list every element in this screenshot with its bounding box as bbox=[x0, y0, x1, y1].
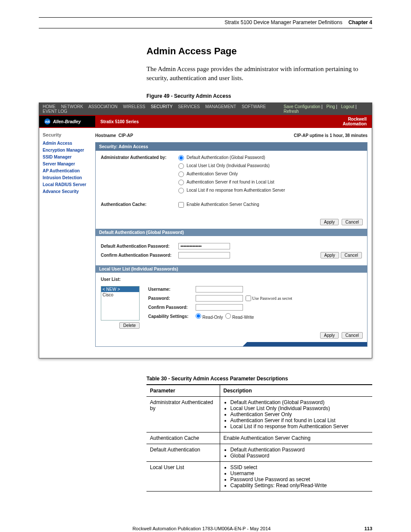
userlist-label: User List: bbox=[101, 277, 362, 282]
brand-right-top: Rockwell bbox=[348, 117, 367, 121]
table-caption: Table 30 - Security Admin Access Paramet… bbox=[146, 376, 372, 382]
desc-item: Local User List Only (Individual Passwor… bbox=[230, 405, 369, 411]
tab-software[interactable]: SOFTWARE bbox=[242, 104, 266, 109]
apply-button-3[interactable]: Apply bbox=[320, 332, 339, 339]
sidebar-item-advance-security[interactable]: Advance Security bbox=[43, 189, 92, 194]
util-ping[interactable]: Ping bbox=[326, 104, 335, 109]
auth-radio-default[interactable] bbox=[178, 155, 184, 161]
capability-label: Capability Settings: bbox=[148, 314, 196, 319]
auth-opt-server-if-not-text: Authentication Server if not found in Lo… bbox=[187, 180, 274, 184]
auth-radio-server-only[interactable] bbox=[178, 171, 184, 177]
tab-home[interactable]: HOME bbox=[43, 104, 56, 109]
local-userlist-subhead: Local User List (Individual Passwords) bbox=[96, 265, 367, 273]
parameter-table: Parameter Description Administrator Auth… bbox=[146, 384, 372, 492]
header-rule bbox=[39, 17, 372, 18]
auth-radio-local-if-no[interactable] bbox=[178, 188, 184, 193]
cancel-button-1[interactable]: Cancel bbox=[342, 219, 363, 225]
auth-cache-option[interactable]: Enable Authentication Server Caching bbox=[178, 202, 259, 208]
sidebar-heading: Security bbox=[43, 132, 92, 137]
running-header: Stratix 5100 Device Manager Parameter De… bbox=[39, 19, 372, 28]
cap-readwrite-radio[interactable] bbox=[225, 313, 231, 319]
tab-association[interactable]: ASSOCIATION bbox=[88, 104, 118, 109]
desc-item: Local List if no response from Authentic… bbox=[230, 423, 369, 429]
confirm-password-label: Confirm Password: bbox=[148, 305, 196, 310]
auth-by-label: Administrator Authenticated by: bbox=[101, 155, 178, 160]
tab-management[interactable]: MANAGEMENT bbox=[206, 104, 237, 109]
desc-item: Password Use Password as secret bbox=[230, 476, 369, 482]
tab-services[interactable]: SERVICES bbox=[178, 104, 199, 109]
desc-item: SSID select bbox=[230, 464, 369, 470]
password-input[interactable] bbox=[196, 295, 243, 302]
auth-cache-label: Authentication Cache: bbox=[101, 202, 178, 207]
confirm-password-input[interactable] bbox=[196, 304, 243, 311]
util-logout[interactable]: Logout bbox=[341, 104, 355, 109]
cap-readonly-text: Read-Only bbox=[202, 315, 223, 320]
apply-button-1[interactable]: Apply bbox=[320, 219, 339, 225]
table-row: Local User List SSID select Username Pas… bbox=[146, 462, 372, 492]
cap-readonly[interactable]: Read-Only bbox=[196, 313, 223, 320]
user-listbox[interactable]: < NEW > Cisco bbox=[101, 286, 140, 320]
brand-left-text: Allen-Bradley bbox=[53, 119, 81, 124]
auth-opt-default-text: Default Authentication (Global Password) bbox=[187, 155, 265, 160]
cell-param: Default Authentication bbox=[146, 444, 220, 462]
intro-paragraph: The Admin Access page provides the admin… bbox=[146, 65, 372, 83]
userlist-new-item[interactable]: < NEW > bbox=[101, 286, 139, 292]
cancel-button-2[interactable]: Cancel bbox=[341, 252, 362, 258]
brand-right: Rockwell Automation bbox=[337, 115, 372, 128]
sidebar-item-intrusion-detection[interactable]: Intrusion Detection bbox=[43, 175, 92, 180]
auth-opt-default[interactable]: Default Authentication (Global Password) bbox=[178, 155, 285, 161]
sidebar-item-local-radius[interactable]: Local RADIUS Server bbox=[43, 182, 92, 187]
page-footer: Rockwell Automation Publication 1783-UM0… bbox=[39, 526, 372, 531]
auth-opt-local-text: Local User List Only (Individual Passwor… bbox=[187, 163, 270, 168]
sidebar-item-encryption-manager[interactable]: Encryption Manager bbox=[43, 148, 92, 152]
confirm-pwd-input[interactable] bbox=[178, 252, 230, 258]
brand-left: AB Allen-Bradley bbox=[39, 116, 95, 127]
brand-stripe: AB Allen-Bradley Stratix 5100 Series Roc… bbox=[39, 115, 372, 128]
cap-readonly-radio[interactable] bbox=[196, 313, 201, 319]
auth-opt-local-if-no[interactable]: Local List if no response from Authentic… bbox=[178, 188, 285, 193]
auth-opt-local[interactable]: Local User List Only (Individual Passwor… bbox=[178, 163, 285, 169]
cell-param: Authentication Cache bbox=[146, 432, 220, 444]
page-title: Admin Access Page bbox=[146, 46, 372, 57]
auth-cache-checkbox[interactable] bbox=[178, 202, 184, 208]
auth-radio-local[interactable] bbox=[178, 163, 184, 169]
nav-tabs: HOME NETWORK ASSOCIATION WIRELESS SECURI… bbox=[43, 104, 281, 114]
use-secret-label: Use Password as secret bbox=[252, 296, 292, 301]
cell-desc: Default Authentication (Global Password)… bbox=[220, 397, 372, 432]
desc-item: Username bbox=[230, 470, 369, 476]
sidebar-item-server-manager[interactable]: Server Manager bbox=[43, 162, 92, 166]
tab-eventlog[interactable]: EVENT LOG bbox=[43, 109, 67, 114]
cell-desc: SSID select Username Password Use Passwo… bbox=[220, 462, 372, 492]
util-save[interactable]: Save Configuration bbox=[283, 104, 320, 109]
sidebar-item-admin-access[interactable]: Admin Access bbox=[43, 141, 92, 146]
sidebar-item-ap-authentication[interactable]: AP Authentication bbox=[43, 168, 92, 173]
tab-security[interactable]: SECURITY bbox=[151, 104, 173, 109]
table-row: Default Authentication Default Authentic… bbox=[146, 444, 372, 462]
auth-opt-server-only[interactable]: Authentication Server Only bbox=[178, 171, 285, 177]
cap-readwrite[interactable]: Read-Write bbox=[225, 313, 254, 320]
userlist-item-cisco[interactable]: Cisco bbox=[101, 292, 139, 298]
publication-line: Rockwell Automation Publication 1783-UM0… bbox=[132, 526, 271, 531]
auth-cache-text: Enable Authentication Server Caching bbox=[187, 202, 259, 207]
sidebar-item-ssid-manager[interactable]: SSID Manager bbox=[43, 155, 92, 159]
util-refresh[interactable]: Refresh bbox=[283, 109, 299, 114]
th-parameter: Parameter bbox=[146, 385, 220, 397]
default-pwd-input[interactable] bbox=[178, 243, 230, 249]
username-input[interactable] bbox=[196, 286, 243, 292]
chapter-label: Chapter 4 bbox=[349, 19, 372, 25]
tab-wireless[interactable]: WIRELESS bbox=[123, 104, 146, 109]
desc-item: Default Authentication (Global Password) bbox=[230, 399, 369, 405]
auth-by-options: Default Authentication (Global Password)… bbox=[178, 155, 285, 196]
cell-desc: Enable Authentication Server Caching bbox=[220, 432, 372, 444]
default-auth-subhead: Default Authentication (Global Password) bbox=[96, 229, 367, 236]
tab-network[interactable]: NETWORK bbox=[61, 104, 83, 109]
desc-item: Default Authentication Password bbox=[230, 447, 369, 453]
auth-radio-server-if-not[interactable] bbox=[178, 180, 184, 185]
use-secret-checkbox[interactable] bbox=[246, 296, 251, 301]
apply-button-2[interactable]: Apply bbox=[321, 252, 339, 258]
auth-opt-server-if-not[interactable]: Authentication Server if not found in Lo… bbox=[178, 180, 285, 185]
cancel-button-3[interactable]: Cancel bbox=[342, 332, 363, 339]
desc-item: Global Password bbox=[230, 453, 369, 459]
delete-button[interactable]: Delete bbox=[119, 322, 140, 329]
uptime-text: CIP-AP uptime is 1 hour, 38 minutes bbox=[294, 133, 367, 138]
